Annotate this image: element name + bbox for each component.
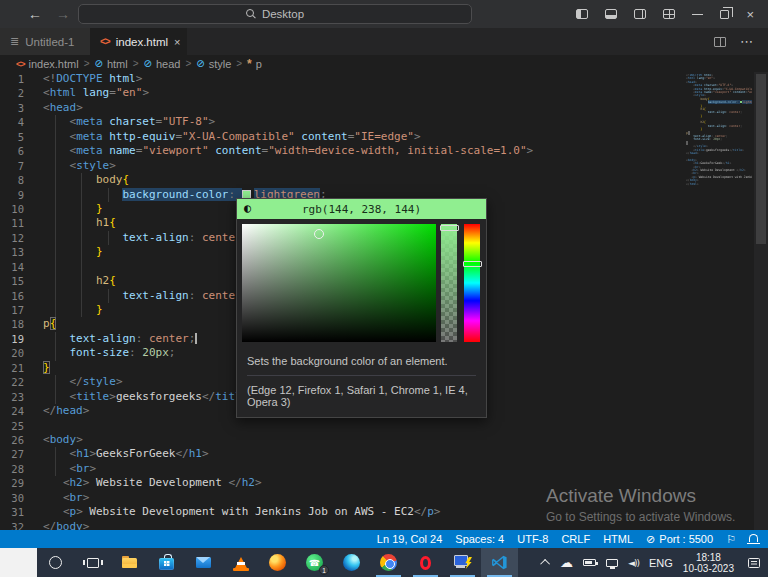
code-line-8[interactable]: 8 body{ — [0, 173, 768, 187]
close-window-button[interactable]: × — [746, 8, 754, 21]
indent-guide — [108, 188, 109, 202]
line-number: 4 — [0, 115, 36, 129]
taskbar-whatsapp[interactable]: ☎1 — [296, 548, 333, 577]
line-number: 24 — [0, 404, 36, 418]
code-line-28[interactable]: 28 <br> — [0, 462, 768, 476]
taskbar-chrome[interactable] — [370, 548, 407, 577]
taskbar-firefox[interactable] — [259, 548, 296, 577]
code-line-3[interactable]: 3<head> — [0, 101, 768, 115]
status-utf-8[interactable]: UTF-8 — [517, 533, 548, 545]
notification-center-icon[interactable] — [748, 558, 760, 568]
indent-guide — [55, 144, 56, 158]
tab-untitled-1[interactable]: ≣ Untitled-1 — [0, 28, 90, 55]
taskbar-edge[interactable] — [333, 548, 370, 577]
indent-guide — [81, 188, 82, 202]
onedrive-icon[interactable]: ☁ — [560, 556, 573, 569]
taskbar-cortana[interactable] — [37, 548, 74, 577]
line-number: 8 — [0, 173, 36, 187]
vscode-icon — [491, 554, 508, 571]
code-line-26[interactable]: 26<body> — [0, 433, 768, 447]
indent-guide — [55, 390, 56, 404]
breadcrumb-item-head[interactable]: ⊘head — [144, 58, 181, 70]
line-number: 23 — [0, 390, 36, 404]
line-number: 30 — [0, 491, 36, 505]
network-icon[interactable] — [606, 559, 618, 567]
contrast-toggle-icon[interactable]: ◐ — [244, 201, 251, 215]
code-line-27[interactable]: 27 <h1>GeeksForGeek</h1> — [0, 447, 768, 461]
battery-icon[interactable] — [583, 559, 596, 566]
volume-icon[interactable]: ◄)) — [628, 558, 639, 568]
toggle-sidebar-icon[interactable] — [576, 9, 588, 19]
minimize-button[interactable] — [692, 14, 703, 15]
hue-strip[interactable] — [464, 224, 480, 342]
taskbar-vlc[interactable] — [222, 548, 259, 577]
saturation-box[interactable] — [242, 224, 436, 342]
command-center-search[interactable]: Desktop — [78, 4, 472, 24]
back-icon[interactable]: ← — [28, 6, 42, 22]
status-live-server-port[interactable]: ⊘Port : 5500 — [646, 533, 713, 546]
color-picker-popup: ◐ rgb(144, 238, 144) Sets the background… — [236, 198, 487, 418]
code-line-6[interactable]: 6 <meta name="viewport" content="width=d… — [0, 144, 768, 158]
saturation-cursor[interactable] — [314, 229, 324, 239]
clock[interactable]: 18:18 10-03-2023 — [683, 552, 734, 574]
toggle-panel-icon[interactable] — [605, 9, 617, 19]
breadcrumb-item-style[interactable]: ⊘style — [196, 58, 231, 70]
language-indicator[interactable]: ENG — [649, 557, 673, 569]
more-actions-icon[interactable]: ⋯ — [740, 34, 754, 49]
indent-guide — [81, 202, 82, 216]
tray-expand-icon[interactable] — [540, 559, 550, 569]
breadcrumb-item-html[interactable]: ⊘html — [95, 58, 128, 70]
line-number: 15 — [0, 274, 36, 288]
taskbar-putty[interactable] — [444, 548, 481, 577]
color-picker-header[interactable]: ◐ rgb(144, 238, 144) — [237, 199, 486, 219]
taskbar-opera[interactable] — [407, 548, 444, 577]
hue-slider[interactable] — [463, 261, 482, 267]
split-editor-icon[interactable] — [714, 37, 726, 47]
breadcrumb: <>index.html>⊘html>⊘head>⊘style>*p — [0, 55, 768, 72]
line-number: 28 — [0, 462, 36, 476]
indent-guide — [81, 260, 82, 274]
code-line-4[interactable]: 4 <meta charset="UTF-8"> — [0, 115, 768, 129]
customize-layout-icon[interactable] — [663, 9, 675, 19]
search-icon — [246, 9, 256, 19]
editor-scrollbar[interactable] — [754, 72, 768, 530]
indent-guide — [55, 332, 56, 346]
close-tab-icon[interactable]: × — [174, 36, 180, 48]
breadcrumb-item-index.html[interactable]: <>index.html — [16, 58, 79, 70]
indent-guide — [55, 462, 56, 476]
line-number: 26 — [0, 433, 36, 447]
tab-index-html[interactable]: <> index.html × — [90, 28, 187, 55]
restore-button[interactable] — [720, 10, 729, 19]
taskbar-vscode[interactable] — [481, 548, 518, 577]
taskbar-microsoft-store[interactable] — [148, 548, 185, 577]
breadcrumb-separator: > — [84, 58, 90, 69]
status-crlf[interactable]: CRLF — [561, 533, 590, 545]
html-file-icon: <> — [16, 59, 25, 69]
line-number: 19 — [0, 332, 36, 346]
code-line-7[interactable]: 7 <style> — [0, 159, 768, 173]
opacity-strip[interactable] — [441, 224, 457, 342]
status-spaces-4[interactable]: Spaces: 4 — [455, 533, 504, 545]
breadcrumb-item-p[interactable]: *p — [247, 58, 262, 70]
color-value-label[interactable]: rgb(144, 238, 144) — [302, 203, 421, 216]
code-line-2[interactable]: 2<html lang="en"> — [0, 86, 768, 100]
status-ln-19-col-24[interactable]: Ln 19, Col 24 — [377, 533, 442, 545]
breadcrumb-label: index.html — [29, 58, 79, 70]
notifications-bell-icon[interactable] — [749, 534, 758, 542]
status-html[interactable]: HTML — [603, 533, 633, 545]
minimap[interactable]: <!DOCTYPE html><html lang="en"><head> <m… — [686, 74, 752, 186]
indent-guide — [108, 231, 109, 245]
toggle-secondary-sidebar-icon[interactable] — [634, 9, 646, 19]
code-line-1[interactable]: 1<!DOCTYPE html> — [0, 72, 768, 86]
taskbar-task-view[interactable] — [74, 548, 111, 577]
feedback-flag-icon[interactable]: ⚐ — [726, 533, 736, 546]
code-line-25[interactable]: 25 — [0, 419, 768, 433]
code-line-5[interactable]: 5 <meta http-equiv="X-UA-Compatible" con… — [0, 130, 768, 144]
indent-guide — [55, 245, 56, 259]
taskbar-file-explorer[interactable] — [111, 548, 148, 577]
scrollbar-thumb[interactable] — [756, 74, 766, 244]
taskbar-search-area[interactable] — [0, 548, 37, 577]
forward-icon[interactable]: → — [56, 6, 70, 22]
opacity-slider[interactable] — [440, 225, 459, 231]
taskbar-mail[interactable] — [185, 548, 222, 577]
